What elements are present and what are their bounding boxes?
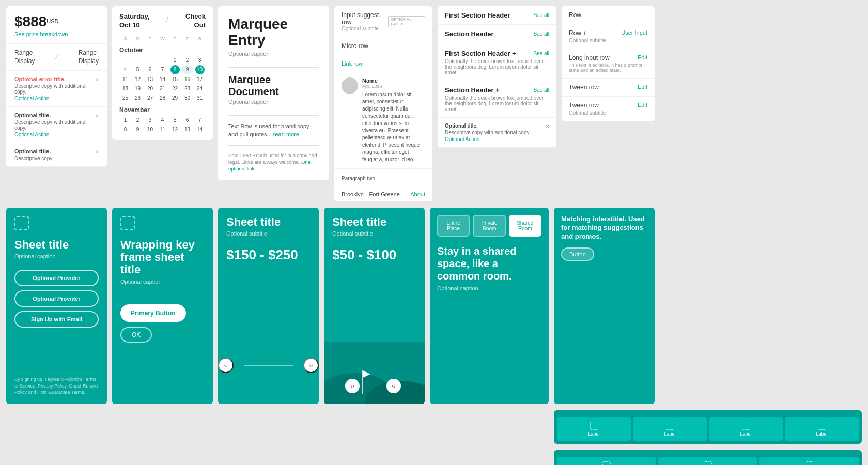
alert-close-1[interactable]: × (95, 76, 99, 83)
alert-close-2[interactable]: × (95, 112, 99, 119)
calendar-day-headers: S M T W T F S (119, 35, 206, 42)
ok-button[interactable]: OK (120, 327, 152, 343)
cal-day[interactable]: 24 (194, 84, 206, 93)
label-item[interactable]: Label (658, 457, 757, 465)
label-item[interactable]: Label (785, 417, 859, 441)
cal-day[interactable]: 5 (169, 116, 181, 125)
primary-button[interactable]: Primary Button (120, 304, 186, 322)
label-item[interactable]: Label (709, 417, 783, 441)
cal-day[interactable]: 4 (119, 65, 131, 74)
slider-right-btn-1[interactable]: ‹› (303, 358, 319, 373)
interstitial-button[interactable]: Button (561, 247, 594, 261)
cal-day[interactable]: 6 (144, 65, 156, 74)
alert-close-3[interactable]: × (95, 148, 99, 156)
link-row[interactable]: Link row (334, 55, 432, 72)
cal-day[interactable] (144, 56, 156, 65)
cal-day[interactable] (119, 56, 131, 65)
cal-day[interactable]: 6 (181, 116, 193, 125)
cal-day[interactable]: 1 (119, 116, 131, 125)
panel-price: $888USD See price breakdown RangeDisplay… (6, 6, 107, 167)
label-item[interactable]: Label (557, 417, 631, 441)
alert-section-inner: Optional title. Descriptive copy with ad… (445, 123, 549, 142)
sh-see-all-2[interactable]: See all (533, 31, 549, 37)
cal-day[interactable]: 12 (169, 125, 181, 134)
label-item[interactable]: Label (760, 457, 859, 465)
tween-edit-2[interactable]: Edit (638, 102, 647, 108)
signup-email-btn[interactable]: Sign Up with Email (14, 311, 99, 328)
alert-section-action[interactable]: Optional Action (445, 136, 530, 142)
cal-day[interactable]: 18 (119, 84, 131, 93)
cal-day[interactable]: 8 (119, 125, 131, 134)
price-display: $888USD (14, 13, 99, 30)
cal-day[interactable]: 4 (157, 116, 168, 125)
cal-day[interactable]: 7 (157, 65, 168, 74)
cal-day[interactable] (157, 56, 168, 65)
cal-day[interactable]: 28 (157, 94, 168, 102)
room-tab-entire[interactable]: Entire Place (437, 215, 470, 237)
cal-day-today[interactable]: 10 (195, 65, 205, 74)
room-tab-private[interactable]: Private Room (473, 215, 505, 237)
cal-day[interactable]: 14 (194, 125, 206, 134)
cal-day[interactable]: 20 (144, 84, 156, 93)
tween-edit-1[interactable]: Edit (638, 84, 647, 90)
cal-day[interactable]: 10 (144, 125, 156, 134)
cal-day[interactable]: 29 (169, 94, 181, 102)
cal-day-start[interactable]: 8 (171, 65, 180, 74)
link-row-label[interactable]: Link row (342, 60, 363, 67)
cal-day[interactable]: 1 (169, 56, 181, 65)
alert-action-1[interactable]: Optional Action (14, 96, 92, 101)
slider-left-btn-1[interactable]: ‹› (218, 358, 234, 373)
cal-day[interactable]: 19 (132, 84, 144, 93)
alert-title-1: Optional error title. (14, 76, 92, 82)
sheet-icon-1 (14, 216, 29, 230)
alert-section-close[interactable]: × (546, 123, 549, 130)
cal-day[interactable]: 3 (144, 116, 156, 125)
range-slider-1: ‹› ‹› (218, 358, 319, 373)
about-link[interactable]: About (410, 191, 425, 197)
cal-day[interactable]: 27 (144, 94, 156, 102)
sh-see-all-1[interactable]: See all (533, 12, 549, 18)
cal-day[interactable]: 14 (157, 75, 168, 84)
label-item[interactable]: Label (557, 457, 656, 465)
marquee-readmore[interactable]: read more (273, 131, 299, 137)
cal-day[interactable]: 22 (169, 84, 181, 93)
cal-day[interactable]: 16 (181, 75, 193, 84)
alert-title-2: Optional title. (14, 112, 92, 118)
cal-day[interactable]: 11 (157, 125, 168, 134)
cal-day[interactable]: 17 (194, 75, 206, 84)
price-section: $888USD See price breakdown (6, 6, 107, 44)
cal-day[interactable]: 30 (181, 94, 193, 102)
alert-action-2[interactable]: Optional Action (14, 132, 92, 137)
day-header-s2: S (194, 35, 206, 42)
cal-day[interactable]: 25 (119, 94, 131, 102)
cal-day[interactable]: 7 (194, 116, 206, 125)
long-input-edit[interactable]: Edit (638, 54, 647, 60)
cal-day[interactable]: 2 (132, 116, 144, 125)
cal-day[interactable]: 3 (194, 56, 206, 65)
cal-day[interactable]: 9 (181, 65, 193, 74)
cal-day[interactable]: 23 (181, 84, 193, 93)
marquee-doc-title: Marquee Document (228, 74, 319, 98)
sh-see-all-3[interactable]: See all (533, 51, 549, 56)
cal-day[interactable]: 12 (132, 75, 144, 84)
cal-day[interactable]: 15 (169, 75, 181, 84)
sh-see-all-4[interactable]: See all (533, 87, 549, 93)
optional-provider-btn-2[interactable]: Optional Provider (14, 290, 99, 307)
cal-day[interactable] (132, 56, 144, 65)
cal-day[interactable]: 5 (132, 65, 144, 74)
price-breakdown-link[interactable]: See price breakdown (14, 31, 99, 37)
marquee-optlink[interactable]: One optional link (228, 159, 311, 172)
cal-day[interactable]: 26 (132, 94, 144, 102)
input-suggest-row: Input suggest. row Optional subtitle OPT… (334, 6, 432, 37)
cal-day[interactable]: 21 (157, 84, 168, 93)
cal-day[interactable]: 31 (194, 94, 206, 102)
cal-day[interactable]: 13 (181, 125, 193, 134)
sheet-subtitle-4: Optional subtitle (332, 230, 416, 237)
cal-day[interactable]: 9 (132, 125, 144, 134)
label-item[interactable]: Label (633, 417, 707, 441)
cal-day[interactable]: 11 (119, 75, 131, 84)
cal-day[interactable]: 13 (144, 75, 156, 84)
room-tab-shared[interactable]: Shared Room (509, 215, 541, 237)
optional-provider-btn-1[interactable]: Optional Provider (14, 270, 99, 286)
cal-day[interactable]: 2 (181, 56, 193, 65)
